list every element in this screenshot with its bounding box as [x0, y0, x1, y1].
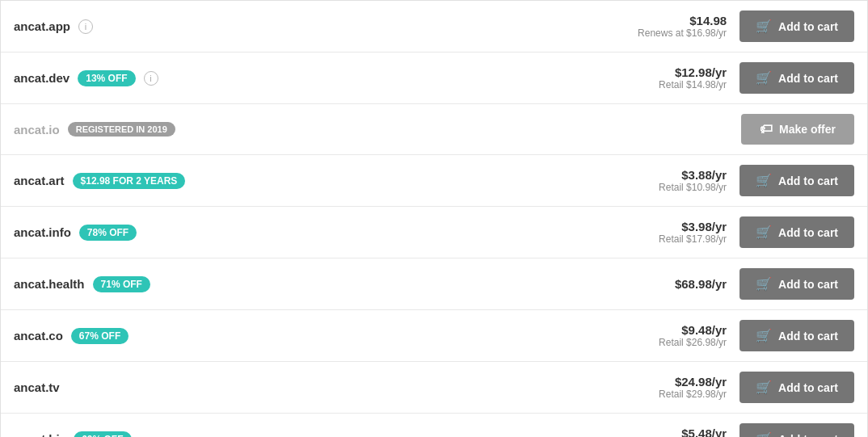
domain-left-section: ancat.art$12.98 FOR 2 YEARS	[14, 173, 597, 189]
make-offer-label: Make offer	[779, 123, 836, 136]
tag-icon: 🏷	[760, 122, 773, 137]
domain-price: $24.98/yrRetail $29.98/yr	[597, 375, 727, 400]
domain-badge: $12.98 FOR 2 YEARS	[73, 173, 186, 189]
domain-badge: 71% OFF	[93, 276, 150, 292]
cart-icon: 🛒	[756, 276, 772, 292]
add-to-cart-button[interactable]: 🛒Add to cart	[739, 268, 854, 300]
domain-name: ancat.tv	[14, 380, 60, 394]
add-to-cart-button[interactable]: 🛒Add to cart	[739, 11, 854, 42]
add-to-cart-label: Add to cart	[778, 174, 838, 187]
domain-left-section: ancat.tv	[14, 380, 597, 394]
domain-badge: 78% OFF	[79, 225, 137, 241]
cart-icon: 🛒	[756, 19, 772, 34]
price-main: $3.98/yr	[597, 220, 727, 233]
domain-left-section: ancat.co67% OFF	[14, 328, 597, 344]
price-main: $9.48/yr	[597, 323, 727, 337]
price-sub: Retail $14.98/yr	[597, 79, 727, 90]
add-to-cart-label: Add to cart	[778, 330, 838, 342]
cart-icon: 🛒	[756, 328, 772, 343]
cart-icon: 🛒	[756, 173, 772, 188]
info-icon[interactable]: i	[144, 71, 158, 86]
domain-left-section: ancat.biz69% OFF	[14, 431, 597, 438]
add-to-cart-button[interactable]: 🛒Add to cart	[739, 165, 854, 196]
price-sub: Retail $29.98/yr	[597, 389, 727, 400]
info-icon[interactable]: i	[78, 19, 93, 34]
domain-row: ancat.tv$24.98/yrRetail $29.98/yr🛒Add to…	[1, 362, 867, 414]
domain-left-section: ancat.appi	[14, 19, 597, 34]
add-to-cart-button[interactable]: 🛒Add to cart	[739, 320, 854, 351]
domain-price: $5.48/yrRetail $16.98/yr	[597, 426, 727, 437]
domain-name: ancat.biz	[14, 432, 65, 437]
domain-name: ancat.co	[14, 329, 63, 342]
price-sub: Retail $26.98/yr	[597, 337, 727, 348]
add-to-cart-button[interactable]: 🛒Add to cart	[739, 423, 854, 437]
domain-name: ancat.art	[14, 174, 65, 187]
domain-price: $12.98/yrRetail $14.98/yr	[597, 65, 727, 90]
add-to-cart-label: Add to cart	[778, 20, 838, 33]
domain-name: ancat.health	[14, 277, 85, 291]
add-to-cart-button[interactable]: 🛒Add to cart	[739, 372, 854, 403]
price-main: $5.48/yr	[597, 426, 727, 437]
price-sub: Renews at $16.98/yr	[597, 27, 727, 39]
price-main: $68.98/yr	[597, 277, 727, 291]
domain-price: $14.98Renews at $16.98/yr	[597, 14, 727, 39]
make-offer-button[interactable]: 🏷Make offer	[741, 114, 854, 145]
price-main: $14.98	[597, 14, 727, 27]
price-sub: Retail $10.98/yr	[597, 182, 727, 193]
domain-price: $3.88/yrRetail $10.98/yr	[597, 168, 727, 193]
domain-left-section: ancat.dev13% OFFi	[14, 70, 597, 86]
domain-name: ancat.app	[14, 19, 70, 33]
domain-price: $9.48/yrRetail $26.98/yr	[597, 323, 727, 348]
domain-list: ancat.appi$14.98Renews at $16.98/yr🛒Add …	[0, 0, 868, 437]
domain-name: ancat.dev	[14, 71, 70, 85]
domain-row: ancat.art$12.98 FOR 2 YEARS$3.88/yrRetai…	[1, 155, 867, 207]
domain-row: ancat.info78% OFF$3.98/yrRetail $17.98/y…	[1, 207, 867, 258]
price-main: $12.98/yr	[597, 65, 727, 79]
domain-left-section: ancat.ioREGISTERED IN 2019	[14, 122, 599, 137]
price-main: $3.88/yr	[597, 168, 727, 182]
domain-name: ancat.info	[14, 225, 71, 239]
add-to-cart-label: Add to cart	[778, 72, 838, 85]
domain-badge: 67% OFF	[71, 328, 129, 344]
price-main: $24.98/yr	[597, 375, 727, 389]
add-to-cart-label: Add to cart	[778, 226, 838, 239]
domain-row: ancat.co67% OFF$9.48/yrRetail $26.98/yr🛒…	[1, 310, 867, 362]
domain-left-section: ancat.info78% OFF	[14, 225, 597, 241]
add-to-cart-label: Add to cart	[778, 381, 838, 394]
domain-row: ancat.dev13% OFFi$12.98/yrRetail $14.98/…	[1, 53, 867, 104]
cart-icon: 🛒	[756, 380, 772, 395]
cart-icon: 🛒	[756, 70, 772, 86]
domain-price: $3.98/yrRetail $17.98/yr	[597, 220, 727, 245]
domain-row: ancat.ioREGISTERED IN 2019🏷Make offer	[1, 104, 867, 155]
domain-badge: 69% OFF	[74, 431, 131, 438]
add-to-cart-button[interactable]: 🛒Add to cart	[739, 216, 854, 248]
add-to-cart-button[interactable]: 🛒Add to cart	[739, 62, 854, 94]
domain-badge: REGISTERED IN 2019	[68, 122, 175, 137]
domain-row: ancat.biz69% OFF$5.48/yrRetail $16.98/yr…	[1, 414, 867, 437]
domain-row: ancat.health71% OFF$68.98/yr🛒Add to cart	[1, 258, 867, 310]
add-to-cart-label: Add to cart	[778, 278, 838, 291]
cart-icon: 🛒	[756, 431, 772, 437]
domain-price: $68.98/yr	[597, 277, 727, 291]
add-to-cart-label: Add to cart	[778, 433, 838, 438]
domain-badge: 13% OFF	[78, 70, 135, 86]
cart-icon: 🛒	[756, 225, 772, 240]
price-sub: Retail $17.98/yr	[597, 233, 727, 245]
domain-left-section: ancat.health71% OFF	[14, 276, 597, 292]
domain-name: ancat.io	[14, 123, 60, 137]
domain-row: ancat.appi$14.98Renews at $16.98/yr🛒Add …	[1, 1, 867, 53]
